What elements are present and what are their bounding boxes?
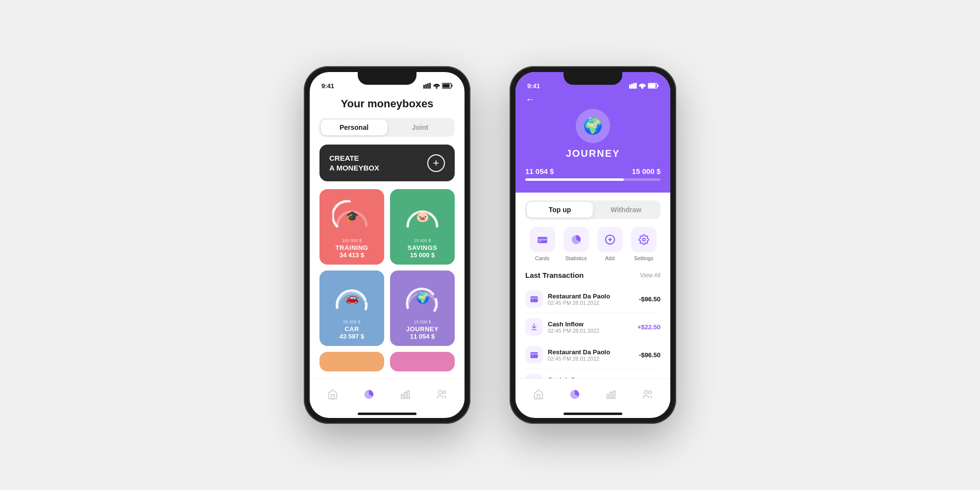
nav-group-2[interactable] <box>636 385 659 404</box>
training-icon: 🎓 <box>345 210 359 223</box>
tab-personal[interactable]: Personal <box>321 120 387 135</box>
moneybox-savings[interactable]: 🐷 15 000 $ SAVINGS 15 000 $ <box>390 189 455 265</box>
svg-rect-8 <box>401 394 403 398</box>
transaction-1-icon <box>525 290 543 308</box>
svg-rect-31 <box>532 356 534 357</box>
progress-current: 11 054 $ <box>525 167 554 175</box>
moneybox-grid-bottom <box>319 352 455 371</box>
tab-withdraw[interactable]: Withdraw <box>593 202 659 218</box>
transaction-1-time: 02:45 PM 28.01.2022 <box>548 300 639 306</box>
view-all-button[interactable]: View All <box>640 272 661 279</box>
create-moneybox-button[interactable]: CREATE A MONEYBOX + <box>319 145 455 181</box>
phone-notch-1 <box>358 72 416 85</box>
transaction-3-name: Restaurant Da Paolo <box>548 348 639 356</box>
svg-rect-0 <box>423 85 425 89</box>
settings-label: Settings <box>634 255 654 261</box>
nav-bar-2[interactable] <box>600 385 622 404</box>
svg-point-11 <box>439 390 442 393</box>
nav-home-1[interactable] <box>321 385 344 404</box>
car-name: CAR <box>344 325 359 333</box>
transaction-1-name: Restaurant Da Paolo <box>548 293 639 300</box>
training-goal: 100 000 $ <box>342 238 362 243</box>
phone-1-content: Your moneyboxes Personal Joint CREATE A … <box>310 94 465 378</box>
svg-rect-3 <box>429 83 431 89</box>
transaction-2-name: Cash Inflow <box>548 320 637 328</box>
training-name: TRAINING <box>336 244 368 251</box>
bar-icon-2 <box>606 389 616 400</box>
phone-2: 9:41 ← 🌍 JOURNEY 11 054 $ 15 000 $ <box>510 66 676 424</box>
tab-switcher-1: Personal Joint <box>319 118 455 137</box>
journey-header: ← 🌍 JOURNEY 11 054 $ 15 000 $ <box>515 94 670 193</box>
svg-rect-29 <box>532 300 534 301</box>
journey-icon-card: 🌍 <box>416 292 429 304</box>
quick-action-settings[interactable]: Settings <box>631 227 657 261</box>
section-title: Last Transaction <box>525 271 584 279</box>
transaction-3-info: Restaurant Da Paolo 02:45 PM 28.01.2022 <box>548 348 639 362</box>
nav-bar-1[interactable] <box>394 385 416 404</box>
moneybox-pink[interactable] <box>390 352 455 371</box>
phone-1: 9:41 Your moneyboxes Personal Joint <box>304 66 470 424</box>
phone-1-screen: 9:41 Your moneyboxes Personal Joint <box>310 72 465 418</box>
phone-2-body: Top up Withdraw Cards S <box>515 193 670 378</box>
phones-container: 9:41 Your moneyboxes Personal Joint <box>304 66 676 424</box>
journey-title: JOURNEY <box>566 148 620 159</box>
savings-name: SAVINGS <box>407 244 437 251</box>
svg-rect-7 <box>452 85 453 87</box>
transaction-1-amount: -$96.50 <box>639 295 661 303</box>
quick-action-cards[interactable]: Cards <box>530 227 555 261</box>
pie-icon-1 <box>364 389 374 400</box>
progress-bar-bg <box>525 178 661 181</box>
savings-arc: 🐷 <box>403 197 442 236</box>
section-header: Last Transaction View All <box>525 271 661 279</box>
svg-rect-34 <box>613 391 615 398</box>
journey-circle-icon: 🌍 <box>576 109 610 143</box>
transaction-3-amount: -$96.50 <box>639 351 661 359</box>
moneybox-orange[interactable] <box>319 352 384 371</box>
back-button[interactable]: ← <box>525 94 535 105</box>
svg-point-4 <box>436 88 438 89</box>
add-icon <box>597 227 623 252</box>
transaction-4-icon <box>525 374 543 378</box>
status-time-2: 9:41 <box>527 82 540 90</box>
statistics-label: Statistics <box>565 255 587 261</box>
moneybox-journey-card[interactable]: 🌍 15 000 $ JOURNEY 11 054 $ <box>390 270 455 346</box>
transaction-4: Cash Inflow 02:45 PM 28.01.2022 +$22.50 <box>525 369 661 378</box>
progress-row: 11 054 $ 15 000 $ <box>525 167 661 175</box>
svg-rect-32 <box>607 394 609 398</box>
settings-icon <box>631 227 657 252</box>
create-btn-text: CREATE A MONEYBOX <box>329 153 379 172</box>
transaction-2-amount: +$22.50 <box>637 323 661 331</box>
svg-rect-28 <box>531 296 538 302</box>
moneybox-grid: 🎓 100 000 $ TRAINING 34 413 $ <box>319 189 455 346</box>
journey-amount: 11 054 $ <box>410 333 435 340</box>
car-icon: 🚗 <box>345 292 359 304</box>
tab-topup[interactable]: Top up <box>527 202 593 218</box>
quick-action-add[interactable]: Add <box>597 227 623 261</box>
quick-action-statistics[interactable]: Statistics <box>564 227 589 261</box>
home-icon-2 <box>533 389 544 400</box>
nav-home-2[interactable] <box>527 385 550 404</box>
training-amount: 34 413 $ <box>340 251 365 259</box>
svg-rect-15 <box>633 83 635 89</box>
transaction-2-info: Cash Inflow 02:45 PM 28.01.2022 <box>548 320 637 334</box>
moneybox-car[interactable]: 🚗 55 000 $ CAR 43 597 $ <box>319 270 384 346</box>
car-arc: 🚗 <box>332 278 371 318</box>
moneybox-training[interactable]: 🎓 100 000 $ TRAINING 34 413 $ <box>319 189 384 265</box>
cards-icon <box>530 227 555 252</box>
svg-rect-9 <box>404 392 406 398</box>
tab-joint[interactable]: Joint <box>387 120 453 135</box>
svg-rect-30 <box>531 352 538 358</box>
svg-rect-19 <box>649 84 656 88</box>
transaction-2-icon <box>525 318 543 336</box>
nav-group-1[interactable] <box>430 385 453 404</box>
car-goal: 55 000 $ <box>343 319 360 324</box>
bottom-nav-2 <box>515 378 670 410</box>
nav-pie-1[interactable] <box>358 385 380 404</box>
nav-pie-2[interactable] <box>564 385 586 404</box>
car-amount: 43 597 $ <box>340 333 365 340</box>
svg-point-12 <box>443 391 446 393</box>
svg-rect-16 <box>635 83 637 89</box>
bar-icon-1 <box>400 389 411 400</box>
svg-point-17 <box>642 88 643 89</box>
home-indicator-1 <box>358 413 416 415</box>
